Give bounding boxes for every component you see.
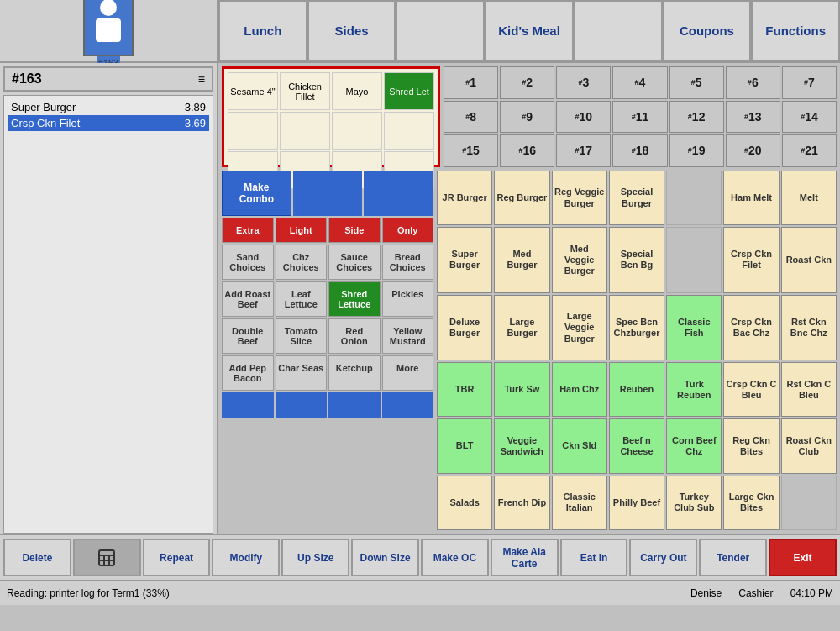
num-4[interactable]: #4 bbox=[612, 66, 667, 99]
menu-salads[interactable]: Salads bbox=[437, 476, 492, 530]
num-8[interactable]: #8 bbox=[444, 101, 498, 134]
extra-button[interactable]: Extra bbox=[222, 218, 274, 243]
menu-veggie-sandwich[interactable]: Veggie Sandwich bbox=[494, 418, 549, 473]
menu-roast-ckn[interactable]: Roast Ckn bbox=[781, 227, 837, 292]
leaf-lettuce-button[interactable]: Leaf Lettuce bbox=[276, 281, 328, 317]
up-size-button[interactable]: Up Size bbox=[281, 539, 349, 576]
menu-beef-n-cheese[interactable]: Beef n Cheese bbox=[609, 418, 664, 473]
tab-kids-meal[interactable]: Kid's Meal bbox=[485, 0, 574, 61]
menu-roast-ckn-club[interactable]: Roast Ckn Club bbox=[781, 418, 837, 473]
menu-classic-italian[interactable]: Classic Italian bbox=[552, 476, 607, 530]
shred-lettuce-button[interactable]: Shred Lettuce bbox=[328, 281, 381, 317]
more-button[interactable]: More bbox=[382, 355, 434, 391]
num-18[interactable]: #18 bbox=[612, 134, 667, 167]
yellow-mustard-button[interactable]: Yellow Mustard bbox=[382, 318, 434, 354]
char-seas-button[interactable]: Char Seas bbox=[276, 355, 328, 391]
make-ala-carte-button[interactable]: Make Ala Carte bbox=[491, 539, 559, 576]
menu-tbr[interactable]: TBR bbox=[437, 362, 492, 417]
mod-sesame[interactable]: Sesame 4" bbox=[228, 72, 278, 110]
menu-turk-sw[interactable]: Turk Sw bbox=[494, 362, 549, 417]
add-pep-bacon-button[interactable]: Add Pep Bacon bbox=[222, 355, 274, 391]
chz-choices-button[interactable]: Chz Choices bbox=[276, 245, 328, 280]
mod-mayo[interactable]: Mayo bbox=[332, 72, 382, 110]
menu-turk-reuben[interactable]: Turk Reuben bbox=[666, 362, 722, 417]
menu-super-burger[interactable]: Super Burger bbox=[437, 227, 492, 292]
menu-corn-beef-chz[interactable]: Corn Beef Chz bbox=[666, 418, 722, 473]
only-button[interactable]: Only bbox=[382, 218, 434, 243]
menu-philly-beef[interactable]: Philly Beef bbox=[609, 476, 664, 530]
menu-med-veggie[interactable]: Med Veggie Burger bbox=[552, 227, 607, 292]
order-item-superburger[interactable]: Super Burger 3.89 bbox=[8, 99, 209, 115]
menu-classic-fish[interactable]: Classic Fish bbox=[666, 295, 722, 360]
menu-rst-ckn-bnc[interactable]: Rst Ckn Bnc Chz bbox=[781, 295, 837, 360]
double-beef-button[interactable]: Double Beef bbox=[222, 318, 274, 354]
tab-functions[interactable]: Functions bbox=[751, 0, 840, 61]
num-10[interactable]: #10 bbox=[556, 101, 611, 134]
menu-french-dip[interactable]: French Dip bbox=[494, 476, 549, 530]
make-oc-button[interactable]: Make OC bbox=[421, 539, 489, 576]
menu-spec-bcn-chz[interactable]: Spec Bcn Chzburger bbox=[609, 295, 664, 360]
eat-in-button[interactable]: Eat In bbox=[560, 539, 628, 576]
repeat-button[interactable]: Repeat bbox=[143, 539, 211, 576]
menu-reg-veggie[interactable]: Reg Veggie Burger bbox=[552, 171, 607, 225]
menu-reg-burger[interactable]: Reg Burger bbox=[494, 171, 549, 225]
num-3[interactable]: #3 bbox=[556, 66, 611, 99]
menu-large-ckn-bites[interactable]: Large Ckn Bites bbox=[723, 476, 779, 530]
num-19[interactable]: #19 bbox=[669, 134, 724, 167]
menu-blt[interactable]: BLT bbox=[437, 418, 492, 473]
num-20[interactable]: #20 bbox=[726, 134, 780, 167]
num-7[interactable]: #7 bbox=[782, 66, 837, 99]
light-button[interactable]: Light bbox=[276, 218, 328, 243]
menu-turkey-club[interactable]: Turkey Club Sub bbox=[666, 476, 722, 530]
mod-shred-let[interactable]: Shred Let bbox=[384, 72, 434, 110]
delete-button[interactable]: Delete bbox=[3, 539, 71, 576]
menu-crsp-c-bleu[interactable]: Crsp Ckn C Bleu bbox=[723, 362, 779, 417]
side-button[interactable]: Side bbox=[328, 218, 381, 243]
down-size-button[interactable]: Down Size bbox=[351, 539, 419, 576]
num-12[interactable]: #12 bbox=[669, 101, 724, 134]
num-17[interactable]: #17 bbox=[556, 134, 611, 167]
make-combo-button[interactable]: Make Combo bbox=[222, 171, 291, 216]
num-13[interactable]: #13 bbox=[726, 101, 780, 134]
menu-med-burger[interactable]: Med Burger bbox=[494, 227, 549, 292]
menu-reg-ckn-bites[interactable]: Reg Ckn Bites bbox=[723, 418, 779, 473]
sand-choices-button[interactable]: Sand Choices bbox=[222, 245, 274, 280]
modify-button[interactable]: Modify bbox=[212, 539, 280, 576]
tender-button[interactable]: Tender bbox=[699, 539, 767, 576]
bread-choices-button[interactable]: Bread Choices bbox=[382, 245, 434, 280]
menu-crsp-ckn-filet[interactable]: Crsp Ckn Filet bbox=[723, 227, 779, 292]
num-5[interactable]: #5 bbox=[669, 66, 724, 99]
mod-8[interactable] bbox=[384, 112, 434, 150]
add-roast-beef-button[interactable]: Add Roast Beef bbox=[222, 281, 274, 317]
num-15[interactable]: #15 bbox=[444, 134, 498, 167]
red-onion-button[interactable]: Red Onion bbox=[328, 318, 381, 354]
menu-reuben[interactable]: Reuben bbox=[609, 362, 664, 417]
num-2[interactable]: #2 bbox=[500, 66, 554, 99]
menu-rst-c-bleu[interactable]: Rst Ckn C Bleu bbox=[781, 362, 837, 417]
num-1[interactable]: #1 bbox=[444, 66, 498, 99]
menu-ham-melt[interactable]: Ham Melt bbox=[723, 171, 779, 225]
menu-deluxe-burger[interactable]: Deluxe Burger bbox=[437, 295, 492, 360]
menu-ham-chz[interactable]: Ham Chz bbox=[552, 362, 607, 417]
tab-sides[interactable]: Sides bbox=[307, 0, 396, 61]
num-16[interactable]: #16 bbox=[500, 134, 554, 167]
tab-lunch[interactable]: Lunch bbox=[218, 0, 307, 61]
menu-large-veggie[interactable]: Large Veggie Burger bbox=[552, 295, 607, 360]
menu-melt[interactable]: Melt bbox=[781, 171, 837, 225]
calculator-button[interactable] bbox=[73, 539, 141, 576]
exit-button[interactable]: Exit bbox=[769, 539, 837, 576]
order-item-crsp-ckn[interactable]: Crsp Ckn Filet 3.69 bbox=[8, 115, 209, 131]
menu-large-burger[interactable]: Large Burger bbox=[494, 295, 549, 360]
ketchup-button[interactable]: Ketchup bbox=[328, 355, 381, 391]
sauce-choices-button[interactable]: Sauce Choices bbox=[328, 245, 381, 280]
menu-crsp-bac-chz[interactable]: Crsp Ckn Bac Chz bbox=[723, 295, 779, 360]
mod-5[interactable] bbox=[228, 112, 278, 150]
menu-ckn-sld[interactable]: Ckn Sld bbox=[552, 418, 607, 473]
tomato-slice-button[interactable]: Tomato Slice bbox=[276, 318, 328, 354]
menu-jr-burger[interactable]: JR Burger bbox=[437, 171, 492, 225]
mod-7[interactable] bbox=[332, 112, 382, 150]
tab-coupons[interactable]: Coupons bbox=[663, 0, 752, 61]
num-9[interactable]: #9 bbox=[500, 101, 554, 134]
menu-special-burger[interactable]: Special Burger bbox=[609, 171, 664, 225]
mod-chicken[interactable]: Chicken Fillet bbox=[280, 72, 330, 110]
